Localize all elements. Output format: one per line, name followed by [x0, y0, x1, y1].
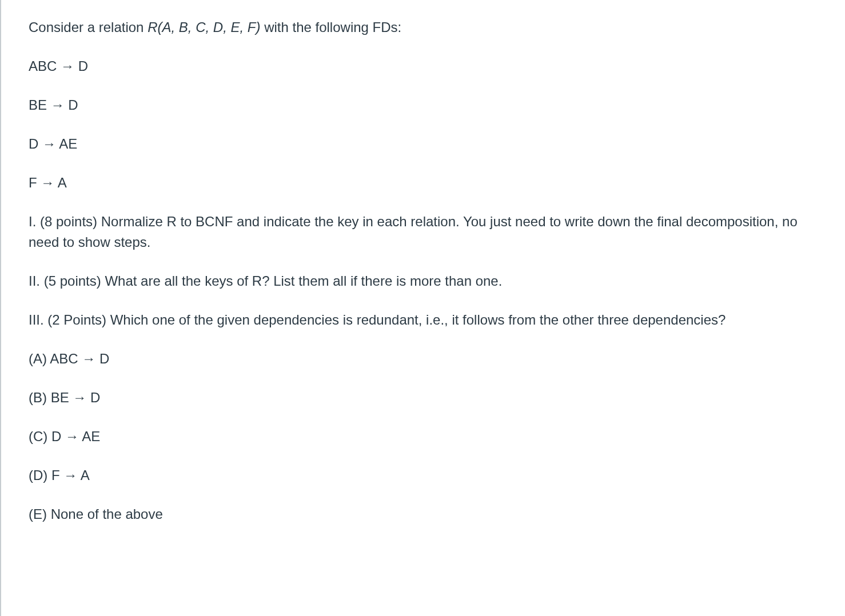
- relation-name: R(A, B, C, D, E, F): [148, 19, 260, 35]
- intro-suffix: with the following FDs:: [260, 19, 401, 35]
- fd-item: ABC → D: [29, 56, 818, 77]
- fd-item: BE → D: [29, 95, 818, 115]
- fd-item: D → AE: [29, 134, 818, 154]
- choice-b: (B) BE → D: [29, 387, 818, 408]
- part-3: III. (2 Points) Which one of the given d…: [29, 310, 818, 330]
- part-1: I. (8 points) Normalize R to BCNF and in…: [29, 211, 818, 253]
- choice-e: (E) None of the above: [29, 504, 818, 525]
- fd-item: F → A: [29, 173, 818, 193]
- question-container: Consider a relation R(A, B, C, D, E, F) …: [0, 0, 845, 616]
- intro-prefix: Consider a relation: [29, 19, 148, 35]
- question-intro: Consider a relation R(A, B, C, D, E, F) …: [29, 17, 818, 38]
- choice-c: (C) D → AE: [29, 426, 818, 447]
- choice-d: (D) F → A: [29, 465, 818, 486]
- part-2: II. (5 points) What are all the keys of …: [29, 271, 818, 291]
- fd-list: ABC → D BE → D D → AE F → A: [29, 56, 818, 193]
- choice-a: (A) ABC → D: [29, 349, 818, 369]
